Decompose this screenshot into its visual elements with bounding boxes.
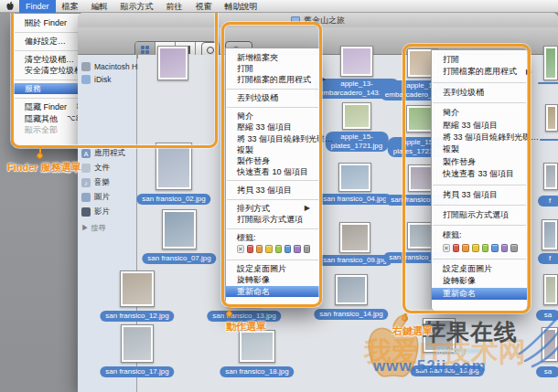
file-item-fragment[interactable] xyxy=(538,82,558,84)
file-thumbnail[interactable] xyxy=(156,143,192,190)
menu-item[interactable]: 打開 xyxy=(226,63,319,74)
file-thumbnail[interactable] xyxy=(406,105,434,132)
label-color-swatch[interactable] xyxy=(247,245,253,253)
menu-item[interactable]: 丟到垃圾桶 xyxy=(226,92,319,103)
menu-item[interactable]: 將 33 個項目燒錄到光碟… xyxy=(432,132,527,143)
menu-item[interactable]: 設定桌面圖片 xyxy=(226,263,319,274)
menubar-item-app[interactable]: 輔助說明 xyxy=(219,0,264,13)
file-thumbnail[interactable] xyxy=(542,327,558,362)
sidebar-search-section[interactable]: ▶ 搜尋 xyxy=(78,219,136,237)
menu-item[interactable]: 拷貝 33 個項目 xyxy=(432,189,527,201)
file-thumbnail[interactable] xyxy=(338,163,371,192)
file-thumbnail[interactable] xyxy=(342,102,371,130)
sidebar-item-place[interactable]: 圖片 xyxy=(78,190,136,205)
file-thumbnail[interactable] xyxy=(157,46,188,80)
file-item-fragment[interactable]: f xyxy=(538,196,558,207)
file-thumbnail[interactable] xyxy=(340,46,373,77)
menu-item[interactable]: 複製 xyxy=(226,144,319,155)
menu-item[interactable]: 旋轉影像 xyxy=(226,274,319,285)
menu-item[interactable]: 將 33 個項目燒錄到光碟… xyxy=(226,133,319,144)
menu-item[interactable]: 打開顯示方式選項 xyxy=(226,214,319,225)
menu-item-label: 將 33 個項目燒錄到光碟… xyxy=(443,132,539,143)
menubar-item-app[interactable]: 編輯 xyxy=(85,0,114,13)
apple-menu-icon[interactable] xyxy=(5,1,16,12)
label-color-swatch[interactable] xyxy=(304,245,310,253)
file-item[interactable]: san fransico_17.jpg xyxy=(100,366,174,377)
menubar-item-app[interactable]: 前往 xyxy=(160,0,189,13)
file-thumbnail[interactable] xyxy=(542,219,558,250)
file-thumbnail[interactable] xyxy=(545,104,558,132)
menu-item[interactable]: 壓縮 33 個項目 xyxy=(432,120,527,132)
menu-item[interactable]: 標籤: xyxy=(432,229,527,241)
sidebar-item-device[interactable]: iDisk xyxy=(78,73,136,86)
menu-item[interactable]: 簡介 xyxy=(226,111,319,122)
file-item-fragment[interactable]: sa xyxy=(536,366,558,377)
menu-item[interactable]: 快速查看 33 個項目 xyxy=(432,168,527,180)
menu-item[interactable]: 排列方式▶ xyxy=(226,203,319,214)
menubar-item-finder[interactable]: Finder xyxy=(19,0,56,13)
file-item-fragment[interactable]: sa xyxy=(536,310,558,321)
menubar-item-app[interactable]: 顯示方式 xyxy=(114,0,160,13)
menu-item[interactable]: 複製 xyxy=(432,143,527,155)
label-color-swatch[interactable] xyxy=(284,245,291,253)
file-thumbnail[interactable] xyxy=(543,46,558,80)
file-item[interactable]: san fransico_07.jpg xyxy=(142,253,216,264)
file-item[interactable]: san fransico_02.jpg xyxy=(136,194,210,205)
file-thumbnail[interactable] xyxy=(543,163,558,190)
sidebar-item-place[interactable]: ♪音樂 xyxy=(78,175,136,190)
file-thumbnail[interactable] xyxy=(121,324,154,363)
menu-item[interactable]: 打開檔案的應用程式▶ xyxy=(432,66,527,78)
menu-item[interactable]: 製作替身 xyxy=(432,156,527,168)
file-thumbnail[interactable] xyxy=(339,222,370,253)
file-thumbnail[interactable] xyxy=(335,274,368,305)
menu-item[interactable]: 丟到垃圾桶 xyxy=(432,87,527,99)
label-color-swatch[interactable] xyxy=(510,244,518,252)
menu-item[interactable]: 旋轉影像 xyxy=(432,275,527,287)
menu-item[interactable]: 打開 xyxy=(432,54,527,66)
menubar-item-app[interactable]: 視窗 xyxy=(189,0,219,13)
menu-item[interactable]: 快速查看 10 個項目 xyxy=(226,166,319,177)
label-color-swatch[interactable] xyxy=(275,245,282,253)
menu-item[interactable]: 設定桌面圖片 xyxy=(432,263,527,275)
menubar-item-app[interactable]: 檔案 xyxy=(56,0,85,13)
menu-item[interactable]: 壓縮 33 個項目 xyxy=(226,122,319,132)
sidebar-item-place[interactable]: A應用程式 xyxy=(78,146,136,161)
file-item[interactable]: san fransico_04.jpg xyxy=(317,194,392,205)
label-color-swatch[interactable] xyxy=(453,244,460,252)
menu-item[interactable]: 新增檔案夾 xyxy=(226,52,319,63)
file-thumbnail[interactable] xyxy=(239,330,275,363)
menu-item[interactable]: 標籤: xyxy=(226,232,319,243)
sidebar-item-device[interactable]: Macintosh HD xyxy=(78,60,136,73)
file-item-fragment[interactable]: f xyxy=(538,253,558,264)
clear-label-swatch[interactable]: ✕ xyxy=(237,245,244,253)
file-item[interactable]: apple_15-plates_1721.jpg xyxy=(326,132,389,152)
menu-item[interactable]: 簡介 xyxy=(432,107,527,119)
file-item[interactable]: san fransico_19.jpg xyxy=(410,366,484,376)
label-color-swatch[interactable] xyxy=(462,244,469,252)
window-titlebar[interactable]: 舊金山之旅 xyxy=(78,13,558,27)
file-item[interactable]: san fransico_14.jpg xyxy=(314,309,388,320)
menu-item[interactable]: 重新命名 xyxy=(226,286,319,297)
label-color-swatch[interactable] xyxy=(294,245,300,253)
file-thumbnail[interactable] xyxy=(162,209,197,249)
label-color-swatch[interactable] xyxy=(265,245,272,253)
clear-label-swatch[interactable]: ✕ xyxy=(443,244,450,252)
label-color-swatch[interactable] xyxy=(491,244,499,252)
sidebar-item-place[interactable]: 文件 xyxy=(78,161,136,175)
menu-item[interactable]: 拷貝 33 個項目 xyxy=(226,185,319,196)
label-color-swatch[interactable] xyxy=(256,245,263,253)
label-color-swatch[interactable] xyxy=(482,244,489,252)
label-color-swatch[interactable] xyxy=(472,244,479,252)
sidebar-item-place[interactable]: 影片 xyxy=(78,205,136,219)
file-item[interactable]: san fransico_18.jpg xyxy=(220,366,294,377)
file-item[interactable]: san fransico_09.jpg xyxy=(317,255,392,266)
file-thumbnail[interactable] xyxy=(543,274,558,305)
file-item-fragment[interactable] xyxy=(540,139,558,141)
file-thumbnail[interactable] xyxy=(120,270,155,307)
menu-item[interactable]: 製作替身 xyxy=(226,155,319,166)
label-color-swatch[interactable] xyxy=(501,244,509,252)
file-item[interactable]: san fransico_12.jpg xyxy=(100,311,174,322)
menu-item[interactable]: 打開檔案的應用程式▶ xyxy=(226,74,319,85)
menu-item[interactable]: 重新命名 xyxy=(432,288,527,300)
menu-item[interactable]: 打開顯示方式選項 xyxy=(432,209,527,221)
